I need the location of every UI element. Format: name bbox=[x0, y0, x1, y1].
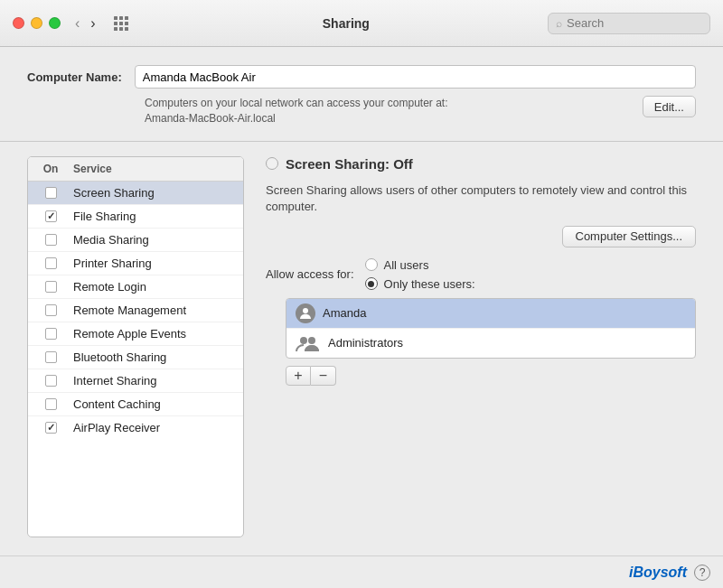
sharing-description: Screen Sharing allows users of other com… bbox=[266, 182, 696, 215]
service-item-internet-sharing[interactable]: Internet Sharing bbox=[28, 369, 243, 393]
status-radio-off bbox=[266, 157, 278, 170]
service-list-header: On Service bbox=[28, 157, 243, 182]
user-icon-amanda bbox=[296, 303, 315, 323]
separator bbox=[0, 141, 723, 142]
checkbox-content-caching[interactable] bbox=[45, 398, 57, 410]
service-name-file-sharing: File Sharing bbox=[73, 210, 136, 223]
radio-only-these-users[interactable]: Only these users: bbox=[365, 277, 475, 291]
service-item-remote-apple-events[interactable]: Remote Apple Events bbox=[28, 322, 243, 346]
forward-button[interactable]: › bbox=[89, 15, 97, 32]
service-list-panel: On Service Screen Sharing File Sharing bbox=[27, 156, 244, 537]
checkbox-printer-sharing[interactable] bbox=[45, 257, 57, 269]
radio-all-users[interactable]: All users bbox=[365, 258, 475, 272]
service-name-remote-management: Remote Management bbox=[73, 303, 186, 317]
add-remove-row: + − bbox=[286, 366, 696, 386]
minimize-button[interactable] bbox=[31, 17, 42, 29]
service-item-remote-management[interactable]: Remote Management bbox=[28, 299, 243, 322]
checkbox-screen-sharing[interactable] bbox=[45, 187, 57, 199]
remove-user-button[interactable]: − bbox=[311, 366, 336, 386]
back-button[interactable]: ‹ bbox=[73, 15, 81, 32]
right-panel: Screen Sharing: Off Screen Sharing allow… bbox=[244, 156, 696, 537]
service-name-bluetooth-sharing: Bluetooth Sharing bbox=[73, 350, 166, 364]
checkbox-bluetooth-sharing[interactable] bbox=[45, 351, 57, 363]
checkbox-internet-sharing[interactable] bbox=[45, 375, 57, 387]
service-item-screen-sharing[interactable]: Screen Sharing bbox=[28, 182, 243, 205]
svg-point-2 bbox=[308, 337, 315, 344]
computer-name-row: Computer Name: bbox=[27, 65, 696, 89]
add-user-button[interactable]: + bbox=[286, 366, 311, 386]
checkbox-remote-management[interactable] bbox=[45, 304, 57, 316]
service-name-remote-login: Remote Login bbox=[73, 280, 146, 294]
iboysoft-help-button[interactable]: ? bbox=[694, 565, 710, 581]
maximize-button[interactable] bbox=[49, 17, 61, 29]
service-item-media-sharing[interactable]: Media Sharing bbox=[28, 229, 243, 252]
service-name-printer-sharing: Printer Sharing bbox=[73, 257, 152, 270]
search-icon: ⌕ bbox=[556, 17, 562, 30]
nav-arrows: ‹ › bbox=[73, 15, 98, 32]
allow-access-section: Allow access for: All users Only these u… bbox=[266, 258, 696, 386]
service-item-printer-sharing[interactable]: Printer Sharing bbox=[28, 252, 243, 275]
title-bar: ‹ › Sharing ⌕ bbox=[0, 0, 723, 47]
user-group-icon-administrators bbox=[296, 333, 321, 353]
service-item-file-sharing[interactable]: File Sharing bbox=[28, 205, 243, 229]
computer-name-label: Computer Name: bbox=[27, 70, 122, 84]
checkbox-remote-login[interactable] bbox=[45, 281, 57, 293]
search-bar[interactable]: ⌕ bbox=[548, 13, 710, 34]
iboysoft-brand: iBoysoft bbox=[629, 565, 687, 581]
allow-access-row: Allow access for: All users Only these u… bbox=[266, 258, 696, 291]
close-button[interactable] bbox=[13, 17, 24, 29]
radio-btn-only-these-users[interactable] bbox=[365, 277, 378, 290]
radio-label-all-users: All users bbox=[384, 258, 429, 272]
checkbox-remote-apple-events[interactable] bbox=[45, 328, 57, 340]
service-name-remote-apple-events: Remote Apple Events bbox=[73, 327, 186, 341]
computer-name-input[interactable] bbox=[135, 65, 696, 89]
user-name-administrators: Administrators bbox=[328, 336, 403, 350]
footer: iBoysoft ? bbox=[0, 555, 723, 588]
computer-settings-button[interactable]: Computer Settings... bbox=[562, 226, 697, 247]
sharing-status-label: Screen Sharing: Off bbox=[286, 156, 413, 172]
traffic-lights bbox=[13, 17, 61, 29]
service-name-media-sharing: Media Sharing bbox=[73, 233, 149, 247]
window-title: Sharing bbox=[145, 16, 548, 31]
search-input[interactable] bbox=[567, 16, 684, 30]
users-list: Amanda Administrators bbox=[286, 298, 696, 359]
user-item-administrators[interactable]: Administrators bbox=[286, 329, 695, 358]
grid-icon[interactable] bbox=[114, 16, 128, 31]
service-name-airplay-receiver: AirPlay Receiver bbox=[73, 421, 160, 434]
radio-btn-all-users[interactable] bbox=[365, 258, 378, 271]
svg-point-1 bbox=[300, 337, 307, 344]
service-item-remote-login[interactable]: Remote Login bbox=[28, 275, 243, 299]
checkbox-airplay-receiver[interactable] bbox=[45, 422, 57, 434]
user-item-amanda[interactable]: Amanda bbox=[286, 299, 695, 329]
checkbox-file-sharing[interactable] bbox=[45, 210, 57, 222]
svg-point-0 bbox=[303, 308, 308, 313]
radio-options: All users Only these users: bbox=[365, 258, 475, 291]
local-network-text: Computers on your local network can acce… bbox=[145, 96, 634, 126]
service-items: Screen Sharing File Sharing Media Sharin… bbox=[28, 182, 243, 439]
radio-label-only-these-users: Only these users: bbox=[384, 277, 475, 291]
allow-access-label: Allow access for: bbox=[266, 267, 354, 281]
lower-section: On Service Screen Sharing File Sharing bbox=[27, 156, 696, 537]
user-name-amanda: Amanda bbox=[323, 306, 366, 320]
service-item-airplay-receiver[interactable]: AirPlay Receiver bbox=[28, 416, 243, 439]
col-on-header: On bbox=[28, 161, 73, 177]
service-name-content-caching: Content Caching bbox=[73, 397, 161, 411]
service-item-content-caching[interactable]: Content Caching bbox=[28, 393, 243, 416]
service-name-screen-sharing: Screen Sharing bbox=[73, 186, 155, 200]
sharing-status-row: Screen Sharing: Off bbox=[266, 156, 696, 172]
checkbox-media-sharing[interactable] bbox=[45, 234, 57, 246]
service-name-internet-sharing: Internet Sharing bbox=[73, 374, 157, 387]
col-service-header: Service bbox=[73, 161, 112, 177]
computer-name-section: Computer Name: Computers on your local n… bbox=[27, 65, 696, 126]
service-item-bluetooth-sharing[interactable]: Bluetooth Sharing bbox=[28, 346, 243, 369]
local-network-row: Computers on your local network can acce… bbox=[27, 96, 696, 126]
edit-button[interactable]: Edit... bbox=[643, 96, 696, 117]
main-content: Computer Name: Computers on your local n… bbox=[0, 47, 723, 555]
